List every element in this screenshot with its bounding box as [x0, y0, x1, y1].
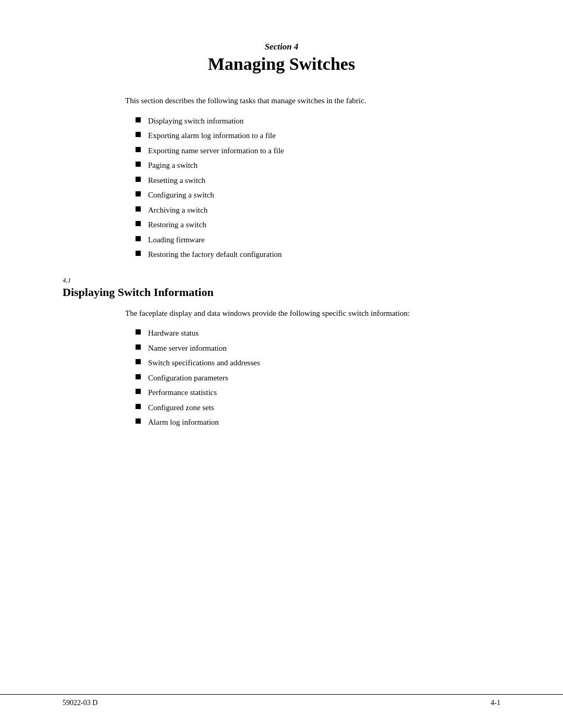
bullet-icon: [136, 221, 141, 226]
subsection-number: 4.1: [63, 276, 500, 285]
list-item-label: Performance statistics: [148, 387, 217, 399]
list-item-label: Paging a switch: [148, 159, 198, 171]
bullet-icon: [136, 117, 141, 122]
list-item-label: Configuration parameters: [148, 372, 228, 384]
list-item: Alarm log information: [136, 416, 500, 428]
list-item-label: Configured zone sets: [148, 402, 214, 414]
subsection-body: The faceplate display and data windows p…: [125, 307, 500, 319]
section-label: Section 4: [63, 42, 500, 52]
footer: 59022-03 D 4-1: [0, 694, 563, 707]
bullet-icon: [136, 404, 141, 409]
list-item: Configured zone sets: [136, 402, 500, 414]
bullet-icon: [136, 132, 141, 137]
page: Section 4 Managing Switches This section…: [0, 0, 563, 728]
list-item-label: Hardware status: [148, 327, 199, 339]
page-title: Managing Switches: [63, 54, 500, 74]
list-item-label: Switch specifications and addresses: [148, 357, 260, 369]
bullet-icon: [136, 418, 141, 424]
section-label-text: Section: [265, 42, 292, 52]
bullet-icon: [136, 359, 141, 364]
list-item: Restoring a switch: [136, 219, 500, 231]
list-item-label: Restoring the factory default configurat…: [148, 249, 282, 261]
list-item: Resetting a switch: [136, 175, 500, 187]
list-item-label: Archiving a switch: [148, 204, 207, 216]
intro-paragraph: This section describes the following tas…: [125, 95, 500, 107]
list-item: Archiving a switch: [136, 204, 500, 216]
list-item: Exporting name server information to a f…: [136, 145, 500, 157]
list-item-label: Configuring a switch: [148, 189, 214, 201]
list-item: Displaying switch information: [136, 115, 500, 127]
subsection-heading: Displaying Switch Information: [63, 286, 500, 299]
footer-left: 59022-03 D: [63, 699, 97, 707]
list-item: Performance statistics: [136, 387, 500, 399]
sub-bullet-list: Hardware statusName server informationSw…: [136, 327, 500, 428]
list-item-label: Resetting a switch: [148, 175, 205, 187]
bullet-icon: [136, 236, 141, 241]
list-item-label: Loading firmware: [148, 234, 205, 246]
bullet-icon: [136, 191, 141, 196]
bullet-icon: [136, 147, 141, 152]
list-item-label: Alarm log information: [148, 416, 219, 428]
list-item: Restoring the factory default configurat…: [136, 249, 500, 261]
list-item-label: Name server information: [148, 342, 227, 354]
bullet-icon: [136, 206, 141, 212]
list-item-label: Exporting alarm log information to a fil…: [148, 130, 276, 142]
list-item: Hardware status: [136, 327, 500, 339]
bullet-icon: [136, 251, 141, 256]
list-item: Loading firmware: [136, 234, 500, 246]
bullet-icon: [136, 374, 141, 379]
list-item: Switch specifications and addresses: [136, 357, 500, 369]
list-item: Configuration parameters: [136, 372, 500, 384]
list-item-label: Restoring a switch: [148, 219, 206, 231]
list-item-label: Exporting name server information to a f…: [148, 145, 284, 157]
bullet-icon: [136, 344, 141, 350]
bullet-icon: [136, 177, 141, 182]
bullet-icon: [136, 162, 141, 167]
section-number-text: 4: [294, 42, 299, 52]
main-bullet-list: Displaying switch informationExporting a…: [136, 115, 500, 261]
footer-right: 4-1: [491, 699, 500, 707]
list-item: Name server information: [136, 342, 500, 354]
list-item: Exporting alarm log information to a fil…: [136, 130, 500, 142]
list-item: Paging a switch: [136, 159, 500, 171]
bullet-icon: [136, 389, 141, 394]
list-item: Configuring a switch: [136, 189, 500, 201]
list-item-label: Displaying switch information: [148, 115, 243, 127]
bullet-icon: [136, 329, 141, 335]
